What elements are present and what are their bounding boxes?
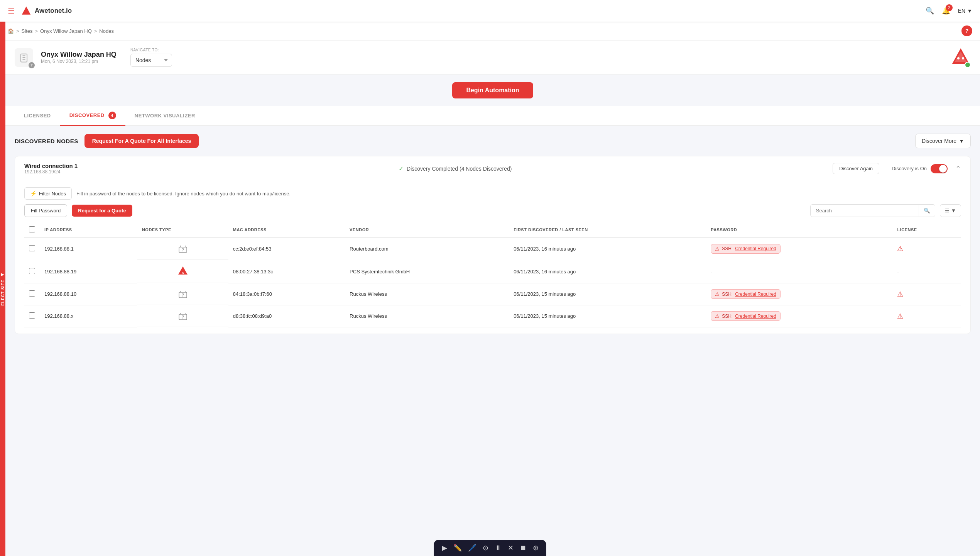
breadcrumb-current: Nodes: [99, 28, 114, 34]
cell-node-type: ?: [137, 238, 228, 260]
discover-more-button[interactable]: Discover More ▼: [915, 134, 971, 148]
collapse-button[interactable]: ⌃: [955, 164, 961, 173]
site-icon-badge: ?: [29, 62, 35, 68]
toggle-knob: [939, 165, 947, 173]
search-wrap: 🔍: [810, 204, 935, 217]
discovered-badge: 4: [108, 112, 116, 119]
table-row: 192.168.88.19 A 08:00:27:38:13:3cPCS Sys…: [24, 260, 961, 283]
logo-area: Awetonet.io: [21, 5, 72, 16]
navigate-label: NAVIGATE TO:: [130, 48, 172, 52]
cell-first-seen: 06/11/2023, 16 minutes ago: [509, 260, 706, 283]
filter-sort-button[interactable]: ☰ ▼: [940, 204, 961, 217]
site-name: Onyx Willow Japan HQ: [41, 51, 117, 59]
cell-vendor: Ruckus Wireless: [345, 305, 509, 327]
discovered-nodes-title: DISCOVERED NODES: [15, 138, 78, 144]
nodes-table: IP ADDRESS NODES TYPE MAC ADDRESS VENDOR…: [24, 222, 961, 327]
license-warning-icon: ⚠: [897, 290, 903, 298]
aweton-bot: [951, 47, 971, 68]
unknown-device-icon: ?: [177, 243, 188, 254]
help-icon[interactable]: ?: [961, 25, 972, 36]
cell-license: ⚠: [892, 283, 961, 305]
tab-discovered[interactable]: DISCOVERED 4: [60, 106, 125, 126]
begin-automation-button[interactable]: Begin Automation: [452, 82, 533, 98]
svg-marker-0: [22, 7, 30, 15]
warning-icon: ⚠: [715, 246, 720, 252]
warning-icon: ⚠: [715, 291, 720, 297]
svg-point-4: [957, 57, 960, 59]
select-all-checkbox[interactable]: [29, 226, 35, 232]
chevron-down-icon: ▼: [951, 208, 956, 214]
page-header: ? Onyx Willow Japan HQ Mon, 6 Nov 2023, …: [5, 41, 980, 75]
svg-text:?: ?: [182, 293, 184, 297]
filter-row: ⚡ Filter Nodes Fill in password of the n…: [24, 187, 961, 200]
cell-vendor: Ruckus Wireless: [345, 283, 509, 305]
cell-first-seen: 06/11/2023, 15 minutes ago: [509, 305, 706, 327]
credential-required-link[interactable]: Credential Required: [735, 246, 776, 251]
license-warning-icon: ⚠: [897, 312, 903, 320]
home-icon[interactable]: 🏠: [8, 28, 14, 34]
unknown-device-icon: ?: [177, 310, 188, 321]
navigate-select-wrap: NAVIGATE TO: Nodes Interfaces Settings: [130, 48, 172, 67]
side-panel[interactable]: ▶ ELECT SITE: [0, 22, 5, 342]
brand-name: Awetonet.io: [35, 7, 72, 15]
table-controls: Fill Password Request for a Quote 🔍 ☰ ▼: [24, 204, 961, 217]
filter-icon: ⚡: [30, 190, 37, 197]
cell-node-type: ?: [137, 283, 228, 305]
discovery-toggle[interactable]: [931, 164, 948, 173]
request-quote-all-button[interactable]: Request For A Quote For All Interfaces: [84, 134, 199, 148]
breadcrumb-sites[interactable]: Sites: [22, 28, 33, 34]
row-checkbox-1[interactable]: [29, 268, 35, 274]
row-checkbox-3[interactable]: [29, 312, 35, 319]
tab-network-visualizer[interactable]: NETWORK VISUALIZER: [125, 107, 204, 125]
ssh-label: SSH:: [722, 292, 733, 297]
row-checkbox-2[interactable]: [29, 290, 35, 297]
cell-vendor: Routerboard.com: [345, 237, 509, 260]
chevron-down-icon: ▼: [959, 138, 964, 144]
site-icon: ?: [15, 48, 33, 67]
cell-first-seen: 06/11/2023, 15 minutes ago: [509, 283, 706, 305]
search-icon[interactable]: 🔍: [926, 7, 934, 15]
request-quote-button[interactable]: Request for a Quote: [72, 205, 132, 217]
language-selector[interactable]: EN ▼: [958, 8, 972, 14]
notification-bell[interactable]: 🔔 2: [942, 7, 950, 15]
license-dash: -: [897, 269, 899, 275]
breadcrumb: 🏠 > Sites > Onyx Willow Japan HQ > Nodes…: [0, 22, 980, 41]
fill-info-text: Fill in password of the nodes to be lice…: [76, 191, 291, 197]
col-vendor: VENDOR: [345, 222, 509, 237]
password-dash: -: [711, 269, 712, 275]
credential-badge: ⚠ SSH: Credential Required: [711, 244, 781, 254]
credential-required-link[interactable]: Credential Required: [735, 292, 776, 297]
search-icon-button[interactable]: 🔍: [919, 205, 935, 217]
col-nodes-type: NODES TYPE: [137, 222, 228, 237]
credential-badge: ⚠ SSH: Credential Required: [711, 311, 781, 321]
fill-password-button[interactable]: Fill Password: [24, 204, 67, 217]
credential-required-link[interactable]: Credential Required: [735, 314, 776, 319]
hamburger-icon[interactable]: ☰: [8, 6, 15, 15]
license-warning-icon: ⚠: [897, 245, 903, 253]
cell-node-type: A: [137, 260, 228, 283]
navigate-select[interactable]: Nodes Interfaces Settings: [130, 54, 172, 67]
table-row: 192.168.88.1 ? cc:2d:e0:ef:84:53Routerbo…: [24, 237, 961, 260]
connection-body: ⚡ Filter Nodes Fill in password of the n…: [15, 181, 970, 334]
svg-text:?: ?: [182, 315, 184, 319]
table-row: 192.168.88.10 ? 84:18:3a:0b:f7:60Ruckus …: [24, 283, 961, 305]
main-content: ? Onyx Willow Japan HQ Mon, 6 Nov 2023, …: [5, 41, 980, 342]
cell-ip: 192.168.88.19: [40, 260, 137, 283]
tab-licensed[interactable]: LICENSED: [15, 107, 60, 125]
breadcrumb-site[interactable]: Onyx Willow Japan HQ: [40, 28, 92, 34]
connection-card: Wired connection 1 192.168.88.19/24 ✓ Di…: [15, 156, 971, 334]
tabs-row: LICENSED DISCOVERED 4 NETWORK VISUALIZER: [5, 106, 980, 126]
connection-ip: 192.168.88.19/24: [24, 169, 78, 175]
col-ip-address: IP ADDRESS: [40, 222, 137, 237]
row-checkbox-0[interactable]: [29, 245, 35, 251]
cell-password: -: [706, 260, 892, 283]
cell-password: ⚠ SSH: Credential Required: [706, 305, 892, 327]
discover-again-button[interactable]: Discover Again: [833, 163, 879, 174]
cell-ip: 192.168.88.x: [40, 305, 137, 327]
site-date: Mon, 6 Nov 2023, 12:21 pm: [41, 59, 117, 64]
cell-node-type: ?: [137, 305, 228, 327]
filter-nodes-button[interactable]: ⚡ Filter Nodes: [24, 187, 72, 200]
svg-point-5: [962, 57, 964, 59]
bot-status-indicator: [965, 62, 971, 68]
search-input[interactable]: [811, 205, 919, 217]
